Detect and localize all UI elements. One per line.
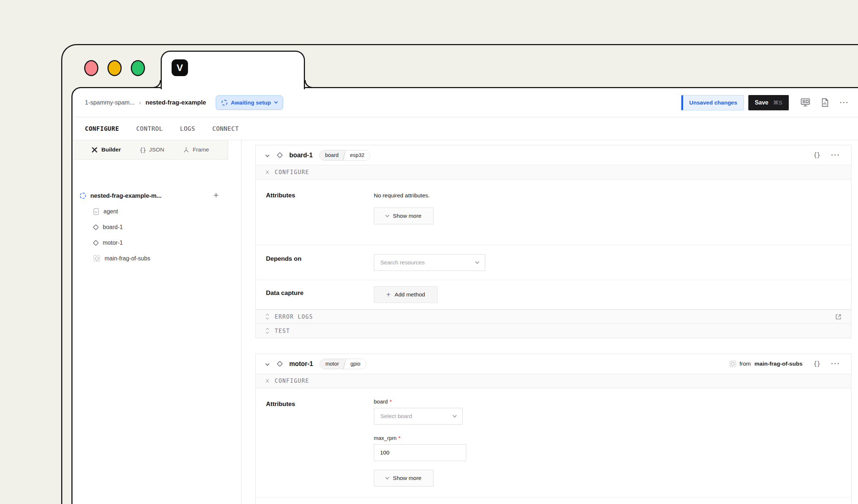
attributes-row: Attributes No required attributes. Show … <box>256 180 851 245</box>
tree-item-main-frag-of-subs[interactable]: main-frag-of-subs <box>73 251 241 266</box>
badge-model: esp32 <box>345 150 370 160</box>
configure-section-bar[interactable]: CONFIGURE <box>256 165 851 180</box>
field-label-board: board* <box>374 398 851 405</box>
machine-nav-tabs: CONFIGURE CONTROL LOGS CONNECT <box>73 117 858 140</box>
depends-on-select[interactable]: Search resources <box>374 254 485 271</box>
edit-json-icon[interactable]: {} <box>814 151 820 159</box>
badge-model: gpio <box>345 359 366 369</box>
more-menu-icon[interactable]: ··· <box>840 101 849 105</box>
test-section-bar[interactable]: TEST <box>256 324 851 338</box>
collapse-section-icon <box>265 378 270 383</box>
view-builder-label: Builder <box>101 146 121 153</box>
section-title: CONFIGURE <box>275 169 309 176</box>
breadcrumb-group[interactable]: 1-spammy-spam... <box>85 99 135 106</box>
add-method-button[interactable]: + Add method <box>374 286 438 303</box>
close-window-button[interactable] <box>84 60 98 76</box>
chevron-down-icon <box>274 100 278 104</box>
breadcrumb-separator: › <box>139 99 141 106</box>
select-placeholder: Select board <box>380 413 412 420</box>
attributes-label: Attributes <box>256 180 374 245</box>
collapse-card-chevron-icon[interactable] <box>265 153 269 157</box>
maximize-window-button[interactable] <box>131 60 145 76</box>
viam-logo-icon: V <box>172 59 188 76</box>
tree-root-label: nested-frag-example-m... <box>90 192 161 199</box>
config-sidebar: Builder {} JSON Frame nested-frag-exampl… <box>73 140 242 504</box>
chevron-down-icon <box>475 260 479 264</box>
tree-item-board-1[interactable]: board-1 <box>73 219 241 235</box>
resource-tree: nested-frag-example-m... + agent board-1… <box>73 160 241 266</box>
error-logs-section-bar[interactable]: ERROR LOGS <box>256 310 851 324</box>
component-diamond-icon <box>93 224 99 230</box>
badge-type: motor <box>320 359 344 369</box>
show-more-label: Show more <box>393 475 421 481</box>
card-more-menu-icon[interactable]: ··· <box>831 362 840 366</box>
view-json-label: JSON <box>149 146 164 153</box>
field-label-max-rpm: max_rpm* <box>374 435 851 441</box>
view-switcher: Builder {} JSON Frame <box>73 140 228 160</box>
data-capture-row: Data capture + Add method <box>256 280 851 310</box>
resource-name: motor-1 <box>289 360 313 368</box>
view-frame-label: Frame <box>193 146 209 153</box>
unsaved-changes-button[interactable]: Unsaved changes <box>681 95 744 110</box>
resource-card-board-1: board-1 board esp32 {} ··· CONFIGURE <box>255 145 851 338</box>
fragment-source-name: main-frag-of-subs <box>755 361 803 367</box>
agent-file-icon <box>94 208 99 215</box>
builder-tools-icon <box>91 146 98 153</box>
attributes-note: No required attributes. <box>374 190 851 199</box>
machine-status-dropdown[interactable]: Awaiting setup <box>216 95 283 110</box>
add-resource-button[interactable]: + <box>213 190 219 200</box>
tree-root-machine[interactable]: nested-frag-example-m... + <box>73 188 241 204</box>
tree-item-label: agent <box>103 208 118 215</box>
component-diamond-icon <box>93 240 99 246</box>
tab-connect[interactable]: CONNECT <box>212 125 239 132</box>
component-diamond-icon <box>277 361 283 367</box>
tab-configure[interactable]: CONFIGURE <box>85 125 119 132</box>
minimize-window-button[interactable] <box>107 60 122 76</box>
fragment-source: from main-frag-of-subs <box>730 361 803 367</box>
save-button[interactable]: Save ⌘S <box>748 95 789 110</box>
browser-tab[interactable]: V <box>161 51 305 89</box>
tree-item-label: board-1 <box>103 224 123 231</box>
field-label-text: board <box>374 398 388 405</box>
plus-icon: + <box>386 291 391 299</box>
tab-logs[interactable]: LOGS <box>180 125 195 132</box>
show-more-button[interactable]: Show more <box>374 470 434 487</box>
traffic-lights <box>84 60 145 76</box>
awaiting-spinner-icon <box>80 193 86 199</box>
tree-item-agent[interactable]: agent <box>73 204 241 219</box>
fragment-source-prefix: from <box>740 361 751 367</box>
machine-monitor-icon[interactable] <box>800 98 810 107</box>
frame-axis-icon <box>183 146 189 153</box>
board-select[interactable]: Select board <box>374 408 463 425</box>
tree-item-motor-1[interactable]: motor-1 <box>73 235 241 251</box>
max-rpm-input[interactable] <box>374 444 466 461</box>
logs-document-icon[interactable] <box>821 98 829 107</box>
badge-type: board <box>320 150 344 160</box>
expand-section-icon <box>265 328 270 333</box>
section-title: TEST <box>275 328 290 334</box>
fragment-icon <box>730 361 736 367</box>
resource-type-badge: board esp32 <box>319 150 370 161</box>
collapse-card-chevron-icon[interactable] <box>265 362 269 366</box>
tab-control[interactable]: CONTROL <box>136 125 163 132</box>
attributes-row: Attributes board* Select board max_rpm* <box>256 388 851 498</box>
machine-header: 1-spammy-spam... › nested-frag-example A… <box>73 88 858 117</box>
show-more-button[interactable]: Show more <box>374 208 434 224</box>
edit-json-icon[interactable]: {} <box>814 360 820 367</box>
open-external-icon[interactable] <box>835 314 842 320</box>
card-more-menu-icon[interactable]: ··· <box>831 153 840 157</box>
braces-icon: {} <box>140 146 146 153</box>
data-capture-label: Data capture <box>256 280 374 309</box>
view-builder[interactable]: Builder <box>91 146 121 153</box>
add-method-label: Add method <box>395 291 425 298</box>
resource-type-badge: motor gpio <box>320 359 366 369</box>
component-diamond-icon <box>277 152 283 158</box>
status-label: Awaiting setup <box>231 99 271 106</box>
config-main-panel: board-1 board esp32 {} ··· CONFIGURE <box>242 140 858 504</box>
view-frame[interactable]: Frame <box>183 146 209 153</box>
awaiting-spinner-icon <box>222 100 227 106</box>
chevron-down-icon <box>385 475 389 479</box>
configure-section-bar[interactable]: CONFIGURE <box>256 374 851 388</box>
view-json[interactable]: {} JSON <box>140 146 164 153</box>
required-asterisk: * <box>389 398 392 405</box>
